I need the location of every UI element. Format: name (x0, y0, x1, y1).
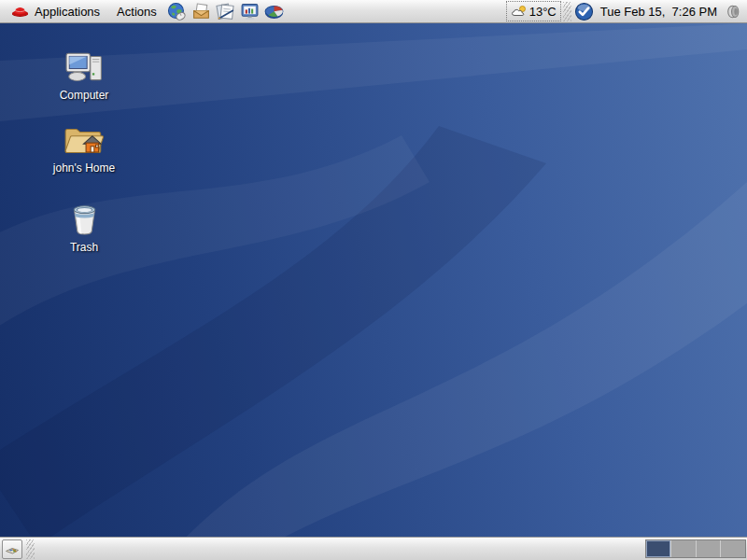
desktop-icon-computer[interactable]: Computer (37, 51, 131, 102)
presentation-launcher[interactable] (238, 0, 262, 23)
bottom-panel (0, 537, 747, 560)
workspace-switcher (645, 539, 746, 558)
desktop-icon-label: Trash (70, 242, 98, 254)
trash-icon (67, 203, 102, 237)
documents-pen-icon (215, 2, 236, 21)
computer-icon (64, 51, 104, 85)
tasklist-drag-handle[interactable] (26, 539, 35, 559)
word-processor-launcher[interactable] (214, 0, 238, 23)
envelope-icon (191, 2, 211, 21)
globe-mouse-icon (167, 2, 187, 21)
clock-applet[interactable]: Tue Feb 15, 7:26 PM (596, 5, 722, 19)
volume-applet[interactable] (722, 0, 744, 23)
web-browser-launcher[interactable] (165, 0, 190, 23)
pie-chart-icon (263, 2, 285, 21)
update-notifier[interactable] (573, 0, 596, 23)
workspace-cell-2[interactable] (671, 540, 697, 557)
email-launcher[interactable] (190, 0, 214, 23)
spreadsheet-launcher[interactable] (262, 0, 287, 23)
desktop-icon-label: Computer (60, 90, 109, 102)
applet-drag-handle[interactable] (563, 2, 571, 21)
screen-chart-icon (240, 2, 260, 21)
applications-menu-label: Applications (35, 5, 100, 19)
workspace-cell-1[interactable] (646, 540, 671, 557)
temperature-label: 13°C (529, 5, 557, 19)
desktop-icon-label: john's Home (53, 162, 115, 175)
top-panel: Applications Actions (0, 0, 747, 23)
show-desktop-icon (5, 541, 20, 556)
actions-menu-label: Actions (117, 5, 157, 19)
workspace-cell-4[interactable] (721, 540, 745, 557)
actions-menu[interactable]: Actions (108, 0, 165, 23)
applications-menu[interactable]: Applications (3, 0, 108, 23)
cloud-icon (511, 5, 528, 18)
speaker-icon (725, 3, 742, 21)
desktop: Computer john's Home T (0, 23, 747, 537)
update-check-icon (574, 2, 594, 21)
workspace-cell-3[interactable] (697, 540, 722, 557)
desktop-icon-trash[interactable]: Trash (37, 203, 131, 254)
redhat-icon (11, 5, 29, 18)
desktop-icon-home[interactable]: john's Home (37, 124, 131, 175)
home-folder-icon (63, 124, 106, 158)
weather-applet[interactable]: 13°C (506, 1, 561, 21)
show-desktop-button[interactable] (2, 539, 22, 559)
